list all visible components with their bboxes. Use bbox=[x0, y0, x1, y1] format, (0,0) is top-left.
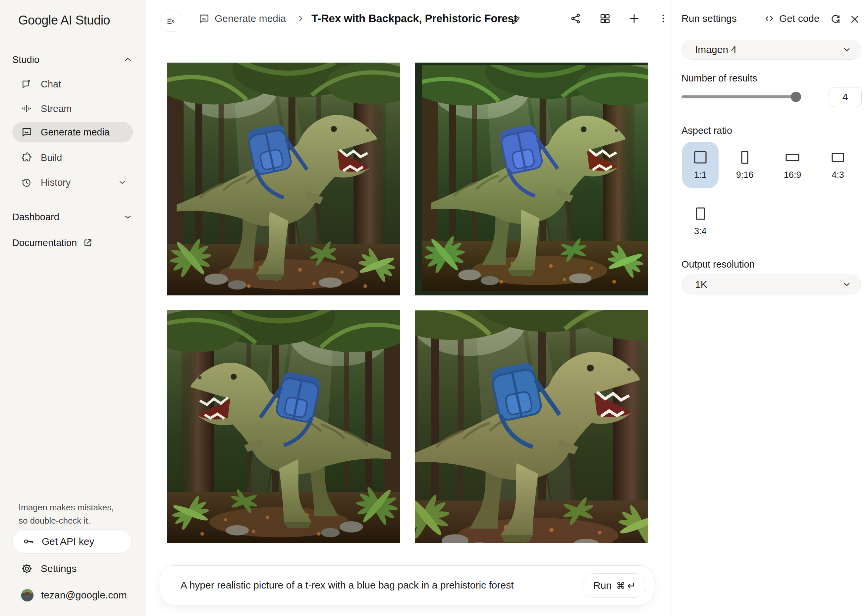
generated-image-1[interactable] bbox=[167, 63, 400, 295]
chat-icon bbox=[21, 79, 32, 90]
aspect-9-16-icon bbox=[737, 150, 752, 165]
aspect-16-9-icon bbox=[785, 150, 800, 165]
dashboard-section-label: Dashboard bbox=[12, 212, 59, 223]
get-code-label: Get code bbox=[779, 13, 820, 24]
enter-key-icon: ↵ bbox=[627, 580, 636, 591]
aspect-option-label: 16:9 bbox=[784, 170, 801, 180]
sidebar-section-dashboard[interactable]: Dashboard bbox=[12, 207, 133, 226]
share-icon bbox=[570, 13, 582, 25]
sidebar-item-chat[interactable]: Chat bbox=[12, 74, 133, 94]
aspect-option-label: 4:3 bbox=[832, 170, 844, 180]
toolbar-actions bbox=[567, 0, 672, 37]
chevron-right-icon bbox=[296, 14, 305, 23]
apps-grid-button[interactable] bbox=[596, 10, 613, 27]
plus-icon bbox=[628, 12, 640, 25]
aspect-option-3-4[interactable]: 3:4 bbox=[682, 198, 719, 244]
sidebar: Google AI Studio Studio Chat Stream Gene… bbox=[0, 0, 146, 616]
breadcrumb[interactable]: Generate media bbox=[198, 0, 286, 37]
reset-settings-icon bbox=[830, 14, 841, 25]
prompt-bar[interactable]: A hyper realistic picture of a t-rex wit… bbox=[160, 565, 654, 605]
history-icon bbox=[21, 177, 32, 188]
aspect-ratio-label: Aspect ratio bbox=[681, 125, 732, 136]
model-select[interactable]: Imagen 4 bbox=[681, 40, 862, 60]
output-resolution-label: Output resolution bbox=[681, 259, 755, 270]
sidebar-item-label: Chat bbox=[41, 79, 61, 90]
more-options-button[interactable] bbox=[655, 10, 672, 27]
external-link-icon bbox=[83, 238, 93, 248]
new-prompt-button[interactable] bbox=[626, 10, 643, 27]
cmd-key-icon: ⌘ bbox=[616, 581, 625, 591]
sidebar-item-label: Build bbox=[41, 152, 62, 163]
app-logo: Google AI Studio bbox=[18, 13, 110, 27]
stream-waveform-icon bbox=[21, 103, 32, 114]
collapse-sidebar-button[interactable] bbox=[160, 11, 181, 32]
code-icon bbox=[764, 13, 775, 24]
number-of-results-slider[interactable] bbox=[681, 95, 796, 98]
chevron-up-icon bbox=[123, 55, 133, 64]
documentation-label: Documentation bbox=[12, 237, 77, 248]
aspect-option-16-9[interactable]: 16:9 bbox=[774, 142, 811, 188]
puzzle-icon bbox=[21, 152, 32, 163]
gear-icon bbox=[21, 563, 33, 575]
aspect-4-3-icon bbox=[830, 150, 845, 165]
aspect-option-label: 9:16 bbox=[736, 170, 754, 180]
rename-button[interactable] bbox=[508, 13, 524, 28]
pencil-icon bbox=[510, 15, 521, 26]
breadcrumb-separator bbox=[296, 0, 305, 37]
sidebar-item-label: History bbox=[41, 177, 71, 188]
user-avatar bbox=[21, 589, 34, 602]
sidebar-item-history[interactable]: History bbox=[12, 172, 133, 193]
aspect-option-4-3[interactable]: 4:3 bbox=[820, 142, 856, 188]
generate-media-icon bbox=[198, 13, 209, 24]
settings-button[interactable]: Settings bbox=[21, 559, 134, 578]
sidebar-section-studio[interactable]: Studio bbox=[12, 50, 133, 69]
close-panel-button[interactable] bbox=[847, 11, 863, 27]
chevron-down-icon bbox=[842, 280, 852, 289]
aspect-option-9-16[interactable]: 9:16 bbox=[726, 142, 763, 188]
reset-settings-button[interactable] bbox=[827, 11, 843, 27]
sidebar-item-label: Generate media bbox=[41, 127, 110, 138]
studio-section-label: Studio bbox=[12, 54, 39, 65]
page-title: T-Rex with Backpack, Prehistoric Forest bbox=[311, 0, 517, 37]
sidebar-item-label: Stream bbox=[41, 103, 72, 114]
chevron-down-icon bbox=[123, 212, 133, 222]
slider-thumb[interactable] bbox=[791, 92, 801, 102]
aspect-option-label: 1:1 bbox=[694, 170, 707, 180]
output-resolution-select[interactable]: 1K bbox=[681, 275, 862, 294]
get-api-key-button[interactable]: Get API key bbox=[12, 529, 132, 554]
generated-image-4[interactable] bbox=[415, 310, 648, 543]
grid-view-icon bbox=[599, 13, 611, 25]
generated-image-2[interactable] bbox=[415, 63, 648, 295]
run-settings-title: Run settings bbox=[681, 13, 737, 24]
account-row[interactable]: tezan@google.com bbox=[21, 586, 140, 605]
get-code-button[interactable]: Get code bbox=[764, 0, 820, 37]
generated-image-3[interactable] bbox=[167, 310, 400, 543]
kebab-menu-icon bbox=[657, 13, 669, 24]
account-email: tezan@google.com bbox=[41, 589, 127, 601]
share-button[interactable] bbox=[567, 10, 584, 27]
aspect-option-1-1[interactable]: 1:1 bbox=[682, 142, 719, 188]
breadcrumb-label: Generate media bbox=[215, 13, 286, 24]
sidebar-item-documentation[interactable]: Documentation bbox=[12, 234, 133, 252]
chevron-down-icon bbox=[842, 45, 852, 55]
close-icon bbox=[849, 14, 860, 25]
model-select-value: Imagen 4 bbox=[695, 44, 736, 55]
prompt-input[interactable]: A hyper realistic picture of a t-rex wit… bbox=[181, 566, 514, 605]
generate-media-icon bbox=[21, 127, 32, 138]
sidebar-item-generate-media[interactable]: Generate media bbox=[12, 122, 133, 142]
number-of-results-value[interactable]: 4 bbox=[829, 87, 862, 107]
output-resolution-value: 1K bbox=[695, 279, 707, 290]
get-api-key-label: Get API key bbox=[42, 536, 94, 547]
chevron-down-icon bbox=[118, 178, 127, 187]
aspect-3-4-icon bbox=[693, 206, 708, 221]
model-disclaimer: Imagen makes mistakes, so double-check i… bbox=[19, 501, 118, 527]
settings-label: Settings bbox=[41, 563, 77, 574]
sidebar-item-stream[interactable]: Stream bbox=[12, 98, 133, 119]
collapse-sidebar-icon bbox=[166, 16, 176, 26]
run-label: Run bbox=[593, 580, 612, 591]
run-button[interactable]: Run ⌘ ↵ bbox=[583, 573, 646, 598]
key-icon bbox=[22, 536, 35, 547]
aspect-1-1-icon bbox=[693, 150, 708, 165]
sidebar-item-build[interactable]: Build bbox=[12, 148, 133, 168]
aspect-option-label: 3:4 bbox=[694, 226, 707, 236]
